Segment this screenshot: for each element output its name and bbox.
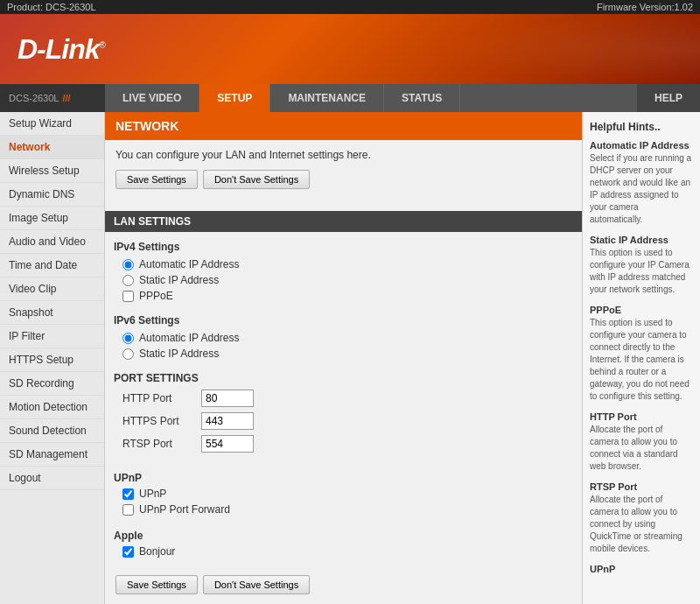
bonjour-checkbox[interactable] [122, 546, 134, 558]
help-static-ip-text: This option is used to configure your IP… [590, 247, 693, 296]
rtsp-port-label: RTSP Port [122, 438, 192, 450]
top-button-row: Save Settings Don't Save Settings [116, 170, 571, 189]
sidebar-item-wireless-setup[interactable]: Wireless Setup [0, 159, 104, 183]
http-port-input[interactable] [201, 390, 254, 407]
http-port-label: HTTP Port [122, 392, 192, 404]
ipv4-auto-ip-row: Automatic IP Address [114, 258, 573, 270]
sidebar-item-sd-recording[interactable]: SD Recording [0, 372, 104, 396]
ipv6-auto-ip-label: Automatic IP Address [139, 332, 240, 344]
ipv4-auto-ip-label: Automatic IP Address [139, 258, 240, 270]
sidebar-item-motion-detection[interactable]: Motion Detection [0, 396, 104, 419]
tab-help[interactable]: HELP [637, 84, 700, 112]
content-area: NETWORK You can configure your LAN and I… [105, 112, 582, 604]
https-port-row: HTTPS Port [114, 412, 573, 430]
sidebar-item-network[interactable]: Network [0, 136, 104, 159]
upnp-row: UPnP [114, 488, 573, 500]
sidebar: Setup Wizard Network Wireless Setup Dyna… [0, 112, 105, 604]
description-text: You can configure your LAN and Internet … [116, 149, 571, 161]
rtsp-port-input[interactable] [201, 435, 254, 453]
rtsp-port-row: RTSP Port [114, 435, 573, 453]
nav-brand-text: DCS-2630L [9, 93, 59, 103]
tab-setup[interactable]: SETUP [200, 84, 270, 112]
bonjour-label: Bonjour [139, 545, 175, 558]
nav-brand: DCS-2630L /// [0, 84, 105, 112]
sidebar-item-setup-wizard[interactable]: Setup Wizard [0, 112, 104, 136]
help-static-ip-title: Static IP Address [590, 235, 693, 245]
sidebar-item-time-and-date[interactable]: Time and Date [0, 254, 104, 277]
main-layout: Setup Wizard Network Wireless Setup Dyna… [0, 112, 700, 604]
help-http-port-text: Allocate the port of camera to allow you… [590, 424, 693, 473]
pppoe-row: PPPoE [114, 290, 573, 302]
tab-status[interactable]: STATUS [384, 84, 460, 112]
ipv4-static-ip-row: Static IP Address [114, 274, 573, 286]
help-title: Helpful Hints.. [590, 121, 693, 133]
upnp-port-forward-checkbox[interactable] [122, 504, 134, 516]
product-label: Product: DCS-2630L [7, 2, 96, 12]
upnp-port-forward-label: UPnP Port Forward [139, 503, 230, 516]
sidebar-item-sd-management[interactable]: SD Management [0, 443, 104, 467]
tab-live-video[interactable]: LIVE VIDEO [105, 84, 200, 112]
apple-section: Apple Bonjour [105, 524, 582, 566]
pppoe-checkbox[interactable] [122, 291, 134, 302]
nav-bar: DCS-2630L /// LIVE VIDEO SETUP MAINTENAN… [0, 84, 700, 112]
nav-tabs: LIVE VIDEO SETUP MAINTENANCE STATUS [105, 84, 637, 112]
help-panel: Helpful Hints.. Automatic IP Address Sel… [582, 112, 700, 604]
save-settings-button-bottom[interactable]: Save Settings [116, 575, 198, 594]
help-upnp: UPnP [590, 564, 693, 574]
sidebar-item-image-setup[interactable]: Image Setup [0, 207, 104, 230]
bonjour-row: Bonjour [114, 545, 573, 558]
trademark: ® [100, 40, 105, 50]
ipv6-settings-group: IPv6 Settings Automatic IP Address Stati… [105, 314, 582, 372]
help-http-port-title: HTTP Port [590, 411, 693, 422]
bottom-button-row: Save Settings Don't Save Settings [116, 575, 571, 594]
https-port-label: HTTPS Port [122, 415, 192, 427]
firmware-label: Firmware Version:1.02 [597, 2, 693, 12]
bottom-button-area: Save Settings Don't Save Settings [105, 566, 582, 604]
sidebar-item-snapshot[interactable]: Snapshot [0, 301, 104, 325]
help-rtsp-port: RTSP Port Allocate the port of camera to… [590, 481, 693, 555]
sidebar-item-video-clip[interactable]: Video Clip [0, 277, 104, 301]
ipv6-static-ip-label: Static IP Address [139, 348, 219, 360]
dlink-logo: D-Link® [18, 33, 105, 66]
upnp-title: UPnP [114, 472, 573, 484]
top-bar: Product: DCS-2630L Firmware Version:1.02 [0, 0, 700, 14]
upnp-section: UPnP UPnP UPnP Port Forward [105, 467, 582, 524]
ipv6-auto-ip-radio[interactable] [122, 333, 134, 344]
help-static-ip: Static IP Address This option is used to… [590, 235, 693, 296]
http-port-row: HTTP Port [114, 390, 573, 407]
sidebar-item-sound-detection[interactable]: Sound Detection [0, 419, 104, 443]
nav-brand-slashes: /// [62, 93, 70, 103]
ipv4-static-ip-label: Static IP Address [139, 274, 219, 286]
port-settings-label: PORT SETTINGS [114, 372, 573, 384]
ipv4-auto-ip-radio[interactable] [122, 259, 134, 270]
sidebar-item-audio-and-video[interactable]: Audio and Video [0, 230, 104, 254]
https-port-input[interactable] [201, 412, 254, 430]
ipv6-static-ip-row: Static IP Address [114, 348, 573, 360]
upnp-label: UPnP [139, 488, 166, 500]
sidebar-item-dynamic-dns[interactable]: Dynamic DNS [0, 183, 104, 207]
header: D-Link® [0, 14, 700, 84]
ipv6-static-ip-radio[interactable] [122, 348, 134, 360]
lan-settings-title: LAN SETTINGS [105, 211, 582, 232]
dont-save-settings-button-top[interactable]: Don't Save Settings [203, 170, 310, 189]
pppoe-label: PPPoE [139, 290, 173, 302]
ipv4-static-ip-radio[interactable] [122, 275, 134, 286]
help-rtsp-port-text: Allocate the port of camera to allow you… [590, 494, 693, 555]
sidebar-item-logout[interactable]: Logout [0, 467, 104, 490]
help-auto-ip: Automatic IP Address Select if you are r… [590, 140, 693, 226]
tab-maintenance[interactable]: MAINTENANCE [270, 84, 384, 112]
sidebar-item-ip-filter[interactable]: IP Filter [0, 325, 104, 348]
upnp-port-forward-row: UPnP Port Forward [114, 503, 573, 516]
help-pppoe: PPPoE This option is used to configure y… [590, 305, 693, 403]
apple-title: Apple [114, 530, 573, 542]
dont-save-settings-button-bottom[interactable]: Don't Save Settings [203, 575, 310, 594]
help-rtsp-port-title: RTSP Port [590, 481, 693, 492]
upnp-checkbox[interactable] [122, 488, 134, 500]
ipv6-label: IPv6 Settings [114, 314, 573, 327]
section-title: NETWORK [105, 112, 582, 140]
help-pppoe-title: PPPoE [590, 305, 693, 315]
ipv4-label: IPv4 Settings [114, 241, 573, 253]
help-auto-ip-text: Select if you are running a DHCP server … [590, 152, 693, 226]
save-settings-button-top[interactable]: Save Settings [116, 170, 198, 189]
sidebar-item-https-setup[interactable]: HTTPS Setup [0, 348, 104, 372]
